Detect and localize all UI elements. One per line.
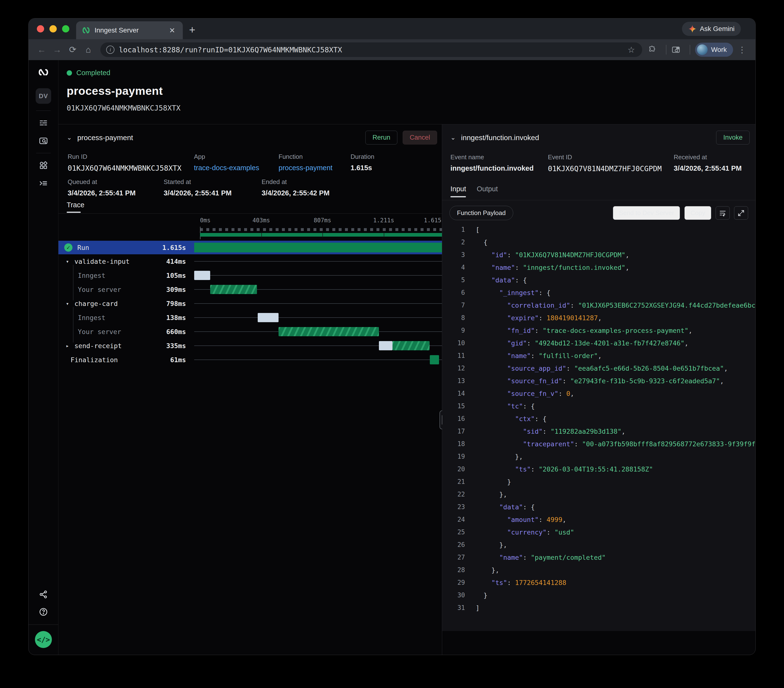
trace-row-your-server[interactable]: Your server309ms bbox=[58, 282, 442, 296]
trace-row-inngest[interactable]: Inngest138ms bbox=[58, 311, 442, 324]
trace-row-inngest[interactable]: Inngest105ms bbox=[58, 268, 442, 282]
status-badge: Completed bbox=[76, 69, 110, 77]
new-tab-button[interactable]: + bbox=[183, 24, 195, 39]
trace-step-duration: 1.615s bbox=[157, 244, 186, 252]
sidebar-item-runs[interactable] bbox=[38, 118, 49, 128]
inngest-logo-icon[interactable] bbox=[38, 67, 49, 77]
event-meta-label: Event name bbox=[450, 153, 534, 161]
site-info-icon[interactable]: i bbox=[106, 46, 114, 54]
tab-trace[interactable]: Trace bbox=[67, 201, 84, 213]
code-text: "gid": "4924bd12-13de-4201-a31e-fb7f427e… bbox=[476, 339, 688, 347]
line-number: 10 bbox=[450, 339, 465, 347]
extensions-icon[interactable] bbox=[647, 45, 661, 54]
run-meta-time-cell: Ended at3/4/2026, 2:55:42 PM bbox=[262, 178, 330, 197]
trace-step-track bbox=[194, 268, 439, 282]
sidebar-item-search[interactable] bbox=[38, 135, 49, 146]
send-to-dev-server-button[interactable]: Send to Dev Server bbox=[613, 206, 680, 220]
trace-step-name: Inngest bbox=[78, 272, 105, 279]
axis-tick-label: 1.211s bbox=[373, 217, 394, 224]
copy-button[interactable]: Copy bbox=[684, 206, 711, 220]
code-text: "fn_id": "trace-docs-examples-process-pa… bbox=[476, 327, 692, 334]
line-number: 18 bbox=[450, 440, 465, 448]
forward-button[interactable]: → bbox=[50, 44, 64, 55]
back-button[interactable]: ← bbox=[35, 44, 48, 55]
code-line: 15 "tc": { bbox=[450, 400, 755, 412]
function-payload-pill[interactable]: Function Payload bbox=[450, 206, 513, 220]
trace-step-track bbox=[194, 282, 439, 296]
run-meta-time-label: Started at bbox=[164, 178, 232, 186]
chevron-expanded-icon[interactable]: ▾ bbox=[64, 301, 71, 307]
env-badge[interactable]: DV bbox=[36, 88, 51, 104]
waterfall-minimap[interactable] bbox=[200, 227, 445, 239]
sidebar-item-apps[interactable] bbox=[38, 160, 49, 171]
collapse-event-chevron-icon[interactable]: ⌄ bbox=[450, 134, 456, 142]
event-tab-output[interactable]: Output bbox=[477, 185, 498, 198]
app-sidebar: DV </> bbox=[29, 60, 58, 655]
minimize-window-button[interactable] bbox=[49, 25, 57, 33]
event-detail-panel: ⌄ inngest/function.invoked Invoke Event … bbox=[442, 124, 755, 655]
code-text: "source_fn_v": 0, bbox=[476, 390, 574, 397]
sidebar-bottom-divider bbox=[29, 624, 58, 625]
trace-row-send-receipt[interactable]: ▸send-receipt335ms bbox=[58, 339, 442, 353]
tab-close-icon[interactable]: ✕ bbox=[167, 26, 177, 35]
rerun-button[interactable]: Rerun bbox=[365, 131, 397, 145]
trace-step-track bbox=[194, 254, 439, 268]
trace-step-track bbox=[194, 241, 439, 254]
line-number: 20 bbox=[450, 466, 465, 473]
run-meta-time-label: Ended at bbox=[262, 178, 330, 186]
chevron-expanded-icon[interactable]: ▾ bbox=[64, 258, 71, 265]
reload-button[interactable]: ⟳ bbox=[66, 44, 79, 55]
line-number: 26 bbox=[450, 541, 465, 548]
browser-menu-icon[interactable]: ⋮ bbox=[735, 45, 749, 54]
close-window-button[interactable] bbox=[37, 25, 44, 33]
sidebar-divider bbox=[36, 110, 51, 111]
line-number: 4 bbox=[450, 264, 465, 271]
line-number: 12 bbox=[450, 365, 465, 372]
code-text: "data": { bbox=[476, 503, 535, 511]
help-icon[interactable] bbox=[38, 607, 49, 617]
word-wrap-icon[interactable] bbox=[716, 206, 730, 220]
waterfall-axis: 0ms403ms807ms1.211s1.615s bbox=[200, 217, 445, 227]
profile-chip[interactable]: Work bbox=[695, 43, 733, 57]
side-panel-search-icon[interactable] bbox=[671, 45, 685, 54]
code-line: 11 "name": "fulfill-order", bbox=[450, 349, 755, 362]
address-bar[interactable]: i localhost:8288/run?runID=01KJX6Q7W64NM… bbox=[100, 43, 642, 57]
ask-gemini-button[interactable]: Ask Gemini bbox=[682, 22, 741, 36]
event-tab-input[interactable]: Input bbox=[450, 185, 466, 198]
run-meta-value[interactable]: trace-docs-examples bbox=[194, 164, 259, 172]
sidebar-item-terminal[interactable] bbox=[38, 178, 49, 189]
expand-icon[interactable] bbox=[734, 206, 748, 220]
run-meta-value[interactable]: process-payment bbox=[278, 164, 333, 172]
collapse-run-chevron-icon[interactable]: ⌄ bbox=[67, 134, 72, 142]
home-button[interactable]: ⌂ bbox=[81, 44, 95, 55]
share-icon[interactable] bbox=[38, 589, 49, 600]
zoom-window-button[interactable] bbox=[62, 25, 69, 33]
browser-tab[interactable]: Inngest Server ✕ bbox=[76, 21, 183, 39]
tab-strip: Inngest Server ✕ + Ask Gemini bbox=[29, 18, 755, 39]
event-panel-title: inngest/function.invoked bbox=[461, 133, 539, 142]
payload-json-editor[interactable]: 1[2 {3 "id": "01KJX6Q7V81N4DMZ7HFJ0CGPDM… bbox=[450, 223, 755, 655]
trace-row-charge-card[interactable]: ▾charge-card798ms bbox=[58, 296, 442, 311]
code-text: "id": "01KJX6Q7V81N4DMZ7HFJ0CGPDM", bbox=[476, 251, 629, 258]
code-line: 4 "name": "inngest/function.invoked", bbox=[450, 261, 755, 274]
trace-guide-line bbox=[194, 317, 442, 318]
invoke-button[interactable]: Invoke bbox=[716, 131, 749, 145]
trace-row-your-server[interactable]: Your server660ms bbox=[58, 324, 442, 339]
line-number: 6 bbox=[450, 289, 465, 296]
trace-row-run[interactable]: ✓Run1.615s bbox=[58, 241, 442, 254]
chevron-collapsed-icon[interactable]: ▸ bbox=[64, 343, 71, 349]
trace-guide-line bbox=[194, 261, 442, 262]
bookmark-star-icon[interactable]: ☆ bbox=[628, 45, 636, 54]
code-line: 14 "source_fn_v": 0, bbox=[450, 387, 755, 400]
trace-row-finalization[interactable]: Finalization61ms bbox=[58, 353, 442, 367]
trace-row-validate-input[interactable]: ▾validate-input414ms bbox=[58, 254, 442, 268]
code-line: 6 "_inngest": { bbox=[450, 286, 755, 299]
gemini-sparkle-icon bbox=[688, 25, 697, 33]
line-number: 11 bbox=[450, 352, 465, 359]
trace-step-track bbox=[194, 353, 439, 367]
trace-bar-exec bbox=[278, 327, 379, 336]
cancel-button[interactable]: Cancel bbox=[403, 131, 437, 145]
line-number: 29 bbox=[450, 579, 465, 586]
dev-server-button[interactable]: </> bbox=[35, 631, 52, 648]
browser-toolbar: ← → ⟳ ⌂ i localhost:8288/run?runID=01KJX… bbox=[29, 39, 755, 60]
